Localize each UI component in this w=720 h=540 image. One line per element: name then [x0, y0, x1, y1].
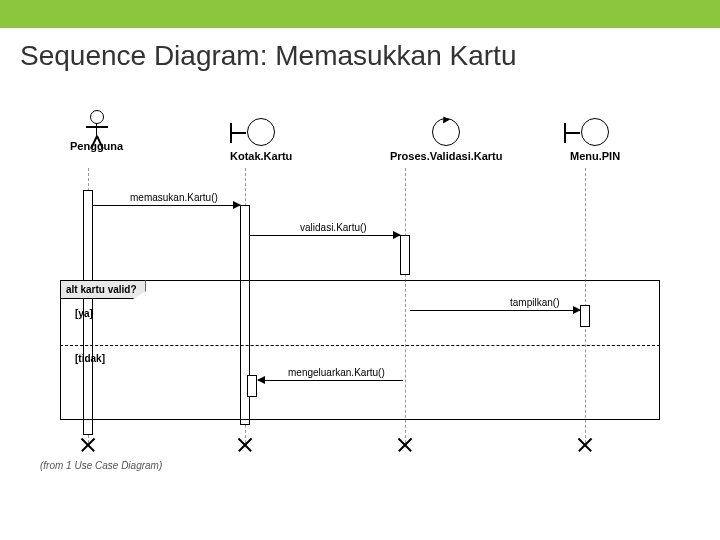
arrow-validasikartu [250, 235, 400, 236]
lifeline-label-pengguna: Pengguna [70, 140, 123, 152]
terminator-prosesvalidasi [398, 438, 412, 452]
control-prosesvalidasi: Proses.Validasi.Kartu [390, 118, 503, 162]
slide-header-bar [0, 0, 720, 28]
footer-note: (from 1 Use Case Diagram) [40, 460, 162, 471]
boundary-icon [581, 118, 609, 146]
boundary-kotakkartu: Kotak.Kartu [230, 118, 292, 162]
slide-title: Sequence Diagram: Memasukkan Kartu [0, 28, 720, 72]
terminator-kotakkartu [238, 438, 252, 452]
lifeline-label-kotakkartu: Kotak.Kartu [230, 150, 292, 162]
boundary-menupin: Menu.PIN [570, 118, 620, 162]
guard-ya: [ya] [75, 308, 93, 319]
guard-tidak: [tidak] [75, 353, 105, 364]
boundary-icon [247, 118, 275, 146]
terminator-menupin [578, 438, 592, 452]
actor-icon [70, 110, 123, 136]
msg-validasikartu: validasi.Kartu() [300, 222, 367, 233]
alt-divider [60, 345, 660, 346]
lifeline-label-prosesvalidasi: Proses.Validasi.Kartu [390, 150, 503, 162]
arrow-memasukankartu [93, 205, 240, 206]
control-icon [432, 118, 460, 146]
alt-fragment: alt kartu valid? [60, 280, 660, 420]
actor-pengguna: Pengguna [70, 110, 123, 152]
msg-memasukankartu: memasukan.Kartu() [130, 192, 218, 203]
terminator-pengguna [81, 438, 95, 452]
alt-label: alt kartu valid? [60, 280, 146, 299]
sequence-diagram: Pengguna Kotak.Kartu Proses.Validasi.Kar… [40, 110, 690, 490]
activation-prosesvalidasi [400, 235, 410, 275]
lifeline-label-menupin: Menu.PIN [570, 150, 620, 162]
